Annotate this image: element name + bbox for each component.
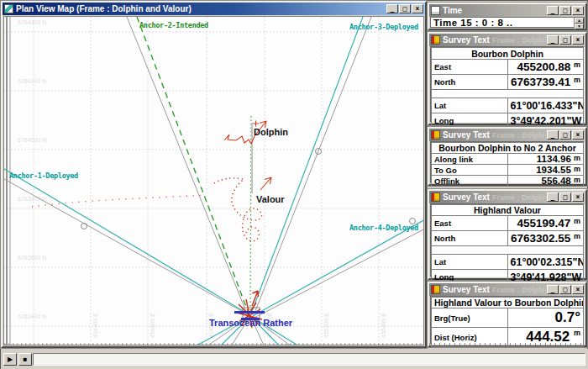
anchor-3-deployed-label: Anchor-3-Deployed bbox=[349, 23, 418, 31]
spacer-row bbox=[432, 246, 584, 255]
table-row: Along link 1134.96 m bbox=[432, 154, 584, 165]
panel-header: Highland Valour to Bourbon Dolphin bbox=[432, 298, 584, 308]
minimize-button[interactable]: _ bbox=[547, 192, 559, 202]
panel-resize-grip[interactable] bbox=[429, 343, 585, 345]
table-row: North 6763739.41 m bbox=[432, 75, 584, 90]
survey-window-title-ghost: Frame : Dolphin and ... bbox=[492, 131, 544, 140]
anchor-lines-gray bbox=[4, 17, 424, 345]
play-button[interactable]: ▶ bbox=[3, 353, 17, 366]
table-row: East 455200.88 m bbox=[432, 60, 584, 75]
survey-window-title: Survey Text bbox=[443, 192, 490, 202]
anchor-2-intended-label: Anchor-2-Intended bbox=[139, 21, 208, 29]
maximize-button[interactable]: □ bbox=[559, 6, 571, 15]
survey-panel-bourbon-dolphin: Survey Text Frame : Dolphin and ... _ □ … bbox=[428, 32, 587, 125]
survey-window-title: Survey Text bbox=[443, 35, 490, 45]
close-button[interactable]: × bbox=[572, 35, 584, 45]
row-label: Lat bbox=[432, 255, 508, 270]
close-button[interactable]: × bbox=[572, 130, 584, 140]
close-button[interactable]: × bbox=[572, 6, 584, 15]
survey-text-icon bbox=[431, 192, 440, 202]
grid-label-east: 455200 E bbox=[323, 313, 329, 338]
survey-title-bar[interactable]: Survey Text Frame : Dolphin and ... _ □ … bbox=[429, 191, 585, 203]
close-button[interactable]: × bbox=[572, 285, 584, 294]
survey-title-bar[interactable]: Survey Text Frame : Dolphin and ... _ □ … bbox=[429, 283, 585, 296]
close-button[interactable]: × bbox=[572, 192, 584, 202]
spin-down-icon[interactable]: ▼ bbox=[575, 24, 584, 29]
grid-label-north: 6764200 N bbox=[18, 78, 46, 84]
row-value: 6763302.55 m bbox=[507, 231, 584, 246]
status-field bbox=[33, 353, 585, 366]
spacer-row bbox=[432, 90, 584, 98]
survey-panel-valour-to-dolphin: Survey Text Frame : Dolphin and ... _ □ … bbox=[428, 282, 587, 347]
grid-label-east: 455400 E bbox=[381, 313, 386, 338]
panel-header: Bourbon Dolphin bbox=[432, 48, 584, 60]
survey-title-bar[interactable]: Survey Text Frame : Dolphin and ... _ □ … bbox=[429, 34, 585, 46]
row-value: 3°49'42.201"W bbox=[507, 113, 584, 129]
row-label: Along link bbox=[432, 154, 508, 165]
survey-panel-highland-valour: Survey Text Frame : Dolphin and ... _ □ … bbox=[428, 189, 587, 280]
time-title-bar[interactable]: Time _ □ × bbox=[429, 4, 585, 17]
table-row: North 6763302.55 m bbox=[432, 231, 584, 246]
row-label: North bbox=[432, 75, 508, 90]
row-value: 455199.47 m bbox=[507, 216, 584, 231]
maximize-button[interactable]: □ bbox=[559, 130, 571, 140]
survey-window-title-ghost: Frame : Dolphin and ... bbox=[492, 36, 544, 45]
grid-label-north: 6763400 N bbox=[18, 314, 46, 319]
maximize-button[interactable]: □ bbox=[399, 4, 411, 13]
survey-window-title-ghost: Frame : Dolphin and ... bbox=[492, 286, 544, 294]
row-value: 61°00'02.315"N bbox=[507, 255, 584, 270]
spin-up-icon[interactable]: ▲ bbox=[575, 18, 584, 24]
playback-bar: ▶ ■ bbox=[1, 349, 588, 369]
maximize-button[interactable]: □ bbox=[559, 285, 571, 294]
grid-label-east: 454600 E bbox=[150, 313, 155, 338]
map-title-bar[interactable]: Plan View Map (Frame : Dolphin and Valou… bbox=[3, 3, 425, 15]
application-desktop: Plan View Map (Frame : Dolphin and Valou… bbox=[0, 0, 588, 369]
row-value: 1934.55 m bbox=[507, 165, 584, 176]
map-graphics bbox=[4, 17, 424, 345]
dolphin-vessel-label: Dolphin bbox=[254, 127, 288, 137]
row-label: Brg(True) bbox=[432, 308, 508, 328]
minimize-button[interactable]: _ bbox=[386, 4, 398, 13]
row-value: 455200.88 m bbox=[507, 60, 584, 75]
stop-button[interactable]: ■ bbox=[18, 353, 32, 366]
minimize-button[interactable]: _ bbox=[547, 130, 559, 140]
survey-text-icon bbox=[431, 130, 440, 140]
close-button[interactable]: × bbox=[412, 4, 423, 13]
rig-label: Transocean Rather bbox=[209, 318, 292, 328]
grid-label-north: 6764000 N bbox=[18, 137, 46, 143]
survey-title-bar[interactable]: Survey Text Frame : Dolphin and ... _ □ … bbox=[429, 129, 585, 141]
time-window-title: Time bbox=[443, 6, 462, 15]
table-row: To Go 1934.55 m bbox=[432, 165, 584, 176]
time-spinner[interactable]: ▲ ▼ bbox=[574, 18, 584, 27]
valour-vessel-label: Valour bbox=[256, 194, 285, 204]
row-label: Long bbox=[432, 113, 508, 129]
survey-window-title-ghost: Frame : Dolphin and ... bbox=[492, 193, 544, 202]
grid-label-north: 6763600 N bbox=[18, 255, 46, 261]
minimize-button[interactable]: _ bbox=[547, 285, 559, 294]
row-label: Offlink bbox=[432, 176, 508, 187]
row-value: 61°00'16.433"N bbox=[507, 98, 584, 113]
grid-label-east: 454400 E bbox=[92, 313, 98, 338]
anchor-line-intended bbox=[137, 17, 251, 314]
map-canvas[interactable]: 6764400 N 6764200 N 6764000 N 6763800 N … bbox=[3, 16, 424, 345]
row-label: East bbox=[432, 60, 508, 75]
vessel-tracks bbox=[32, 121, 271, 241]
anchor-4-deployed-label: Anchor-4-Deployed bbox=[349, 224, 418, 232]
table-row: Lat 61°00'02.315"N bbox=[432, 255, 584, 270]
survey-window-title: Survey Text bbox=[443, 130, 490, 140]
row-label: North bbox=[432, 231, 508, 246]
row-value: 0.7° bbox=[507, 308, 584, 328]
time-window-icon bbox=[431, 6, 440, 15]
minimize-button[interactable]: _ bbox=[547, 6, 559, 15]
row-label: East bbox=[432, 216, 508, 231]
minimize-button[interactable]: _ bbox=[547, 35, 559, 45]
grid-label-north: 6763800 N bbox=[18, 196, 46, 202]
table-row: Brg(True) 0.7° bbox=[432, 308, 584, 328]
row-label: Lat bbox=[432, 98, 508, 113]
maximize-button[interactable]: □ bbox=[559, 35, 571, 45]
survey-text-icon bbox=[431, 35, 440, 45]
grid-label-north: 6764400 N bbox=[18, 19, 46, 25]
time-value: Time 15 : 0 : 8 .. bbox=[431, 18, 574, 28]
row-value: 6763739.41 m bbox=[507, 75, 584, 90]
maximize-button[interactable]: □ bbox=[559, 192, 571, 202]
